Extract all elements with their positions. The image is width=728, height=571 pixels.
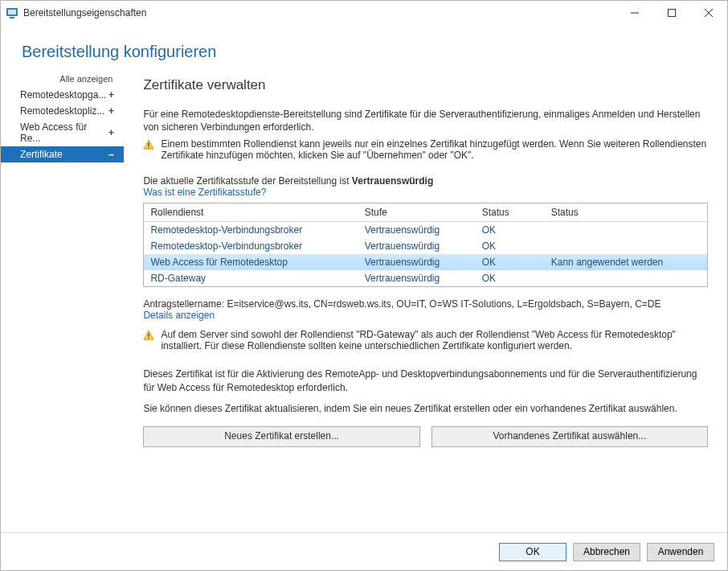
svg-rect-12	[149, 338, 149, 339]
titlebar: Bereitstellungseigenschaften	[1, 1, 727, 25]
minimize-button[interactable]	[616, 1, 653, 25]
app-icon	[6, 6, 18, 19]
svg-rect-4	[669, 10, 676, 17]
svg-rect-9	[149, 147, 149, 148]
warning-same-server-text: Auf dem Server sind sowohl der Rollendie…	[161, 329, 708, 351]
cert-update-text: Sie können dieses Zertifikat aktualisier…	[143, 402, 708, 415]
cert-purpose-text: Dieses Zertifikat ist für die Aktivierun…	[143, 368, 708, 393]
what-is-cert-level-link[interactable]: Was ist eine Zertifikatsstufe?	[143, 187, 708, 198]
warning-icon	[143, 139, 156, 161]
window-title: Bereitstellungseigenschaften	[23, 7, 146, 18]
sidebar-show-all-link[interactable]: Alle anzeigen	[1, 72, 124, 87]
expand-icon[interactable]: +	[106, 89, 116, 101]
intro-text: Für eine Remotedesktopdienste-Bereitstel…	[143, 108, 708, 134]
sidebar: Alle anzeigen Remotedesktopga...+Remoted…	[1, 66, 124, 532]
sidebar-item-1[interactable]: Remotedesktopliz...+	[1, 103, 124, 119]
warning-single-cert: Einem bestimmten Rollendienst kann jewei…	[143, 138, 708, 161]
apply-button[interactable]: Anwenden	[647, 543, 714, 561]
table-row[interactable]: RD-GatewayVertrauenswürdigOK	[144, 270, 708, 287]
cert-level-line: Die aktuelle Zertifikatsstufe der Bereit…	[143, 175, 708, 187]
expand-icon[interactable]: +	[106, 105, 116, 117]
sidebar-item-label: Zertifikate	[20, 149, 63, 160]
role-services-table[interactable]: RollendienstStufeStatusStatus Remotedesk…	[143, 203, 708, 287]
warning-single-cert-text: Einem bestimmten Rollendienst kann jewei…	[161, 138, 708, 161]
sidebar-item-0[interactable]: Remotedesktopga...+	[1, 87, 124, 103]
main-panel: Zertifikate verwalten Für eine Remotedes…	[124, 66, 727, 532]
table-row[interactable]: Web Access für RemotedesktopVertrauenswü…	[144, 254, 708, 270]
ok-button[interactable]: OK	[499, 543, 566, 561]
select-existing-cert-button[interactable]: Vorhandenes Zertifikat auswählen...	[431, 426, 708, 447]
show-details-link[interactable]: Details anzeigen	[143, 310, 708, 321]
column-header[interactable]: Rollendienst	[144, 203, 358, 222]
page-title: Bereitstellung konfigurieren	[1, 25, 727, 66]
collapse-icon[interactable]: –	[106, 149, 116, 160]
column-header[interactable]: Status	[476, 203, 545, 222]
warning-same-server: Auf dem Server sind sowohl der Rollendie…	[143, 329, 708, 351]
sidebar-item-label: Remotedesktopliz...	[20, 105, 104, 117]
main-heading: Zertifikate verwalten	[143, 77, 708, 93]
dialog-button-bar: OK Abbrechen Anwenden	[1, 532, 727, 570]
subject-name: Antragstellername: E=itservice@ws.its, C…	[143, 298, 708, 310]
sidebar-item-label: Remotedesktopga...	[20, 89, 106, 101]
create-new-cert-button[interactable]: Neues Zertifikat erstellen...	[143, 426, 419, 447]
table-row[interactable]: Remotedesktop-VerbindungsbrokerVertrauen…	[144, 238, 708, 254]
sidebar-item-label: Web Access für Re...	[20, 121, 107, 144]
table-row[interactable]: Remotedesktop-VerbindungsbrokerVertrauen…	[144, 222, 708, 239]
cancel-button[interactable]: Abbrechen	[573, 543, 640, 561]
svg-rect-1	[8, 10, 16, 14]
column-header[interactable]: Stufe	[358, 203, 476, 222]
svg-rect-11	[149, 334, 149, 337]
close-button[interactable]	[690, 1, 727, 25]
svg-rect-8	[149, 143, 149, 146]
sidebar-item-3[interactable]: Zertifikate–	[1, 146, 124, 162]
sidebar-item-2[interactable]: Web Access für Re...+	[1, 119, 124, 146]
expand-icon[interactable]: +	[107, 127, 117, 138]
maximize-button[interactable]	[653, 1, 690, 25]
svg-rect-2	[10, 17, 14, 18]
column-header[interactable]: Status	[545, 203, 708, 222]
warning-icon	[143, 330, 156, 351]
